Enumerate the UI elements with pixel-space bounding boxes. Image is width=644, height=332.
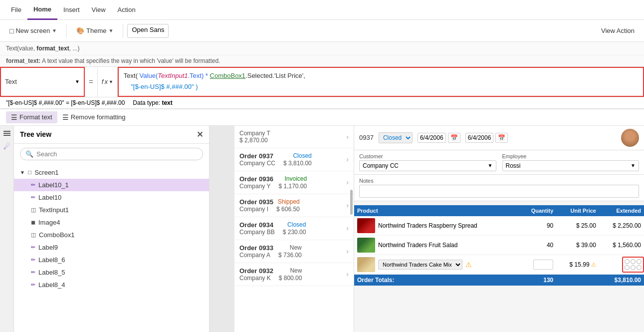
tree-label-label10-1: Label10_1	[38, 181, 69, 189]
order-company-5: Company K	[239, 275, 271, 282]
tree-item-combobox1[interactable]: ◫ ComboBox1	[14, 229, 209, 241]
product-qty-input[interactable]	[533, 260, 553, 270]
font-selector[interactable]: Open Sans	[127, 24, 169, 38]
order-company-1: Company Y	[239, 183, 270, 190]
formula-hint-prefix: Text(value,	[6, 45, 36, 52]
order-item-0[interactable]: Order 0937 Closed Company CC $ 3,810.00 …	[234, 148, 354, 171]
detail-customer-select[interactable]: Company CC ▼	[359, 160, 496, 171]
formula-label-chevron: ▼	[75, 79, 80, 84]
detail-status-select[interactable]: Closed	[379, 132, 413, 143]
tree-item-image4[interactable]: ◼ Image4	[14, 216, 209, 229]
order-item-prev[interactable]: Company T $ 2,870.00 ›	[234, 126, 354, 148]
detail-date2-icon[interactable]: 📅	[495, 133, 508, 143]
col-unit: Unit Price	[556, 205, 599, 216]
menu-action[interactable]: Action	[112, 0, 142, 20]
view-action-button[interactable]: View Action	[596, 24, 640, 37]
order-amount-4: $ 736.00	[278, 252, 302, 259]
order-num-0: Order 0937	[239, 152, 273, 160]
tree-item-textinput1[interactable]: ◫ TextInput1	[14, 204, 209, 216]
tree-label-label8-5: Label8_5	[38, 269, 65, 276]
formula-label-box[interactable]: Text ▼	[0, 67, 85, 97]
detail-date1-value: 6/4/2006	[418, 133, 446, 143]
product-img-raspberry	[357, 218, 375, 233]
order-amount-0: $ 3,810.00	[283, 160, 312, 167]
format-text-button[interactable]: ☰ Format text	[6, 111, 57, 123]
detail-date1-icon[interactable]: 📅	[448, 133, 460, 143]
tree-item-label9[interactable]: ✏ Label9	[14, 241, 209, 254]
menu-view[interactable]: View	[86, 0, 112, 20]
layers-icon[interactable]: ☄	[3, 142, 10, 151]
tree-label9-icon: ✏	[31, 244, 35, 251]
tree-search-input[interactable]	[36, 150, 198, 158]
formula-text-fn: Text(	[124, 72, 140, 79]
format-text-icon: ☰	[11, 113, 17, 121]
order-status-4: New	[290, 244, 302, 251]
order-arrow-4: ›	[346, 247, 349, 255]
menu-insert[interactable]: Insert	[57, 0, 86, 20]
tree-item-label8-5[interactable]: ✏ Label8_5	[14, 266, 209, 279]
tree-image-icon: ◼	[31, 219, 35, 226]
detail-notes-label: Notes	[359, 178, 639, 184]
order-num-1: Order 0936	[239, 175, 273, 183]
product-name-0: Northwind Traders Raspberry Spread	[378, 222, 477, 229]
product-ext-1: $ 1,560.00	[599, 236, 644, 255]
tree-view-title: Tree view	[20, 130, 51, 138]
tree-item-label8-6[interactable]: ✏ Label8_6	[14, 254, 209, 266]
order-company-4: Company A	[239, 252, 270, 259]
order-item-5[interactable]: Order 0932 New Company K $ 800.00 ›	[234, 263, 354, 286]
detail-notes-input[interactable]	[359, 185, 639, 198]
theme-label: Theme	[86, 27, 106, 34]
tree-search-box[interactable]: 🔍	[20, 148, 203, 160]
product-qty-1: 40	[519, 236, 556, 255]
detail-customer-value: Company CC	[363, 162, 488, 169]
tree-item-label10[interactable]: ✏ Label10	[14, 191, 209, 204]
detail-employee-label: Employee	[502, 153, 640, 159]
tree-item-screen1[interactable]: ▼ □ Screen1	[14, 166, 209, 179]
tree-item-label10-1[interactable]: ✏ Label10_1	[14, 179, 209, 191]
formula-value-fn: Value(	[140, 72, 158, 79]
order-item-2[interactable]: Order 0935 Shipped Company I $ 606.50 ›	[234, 194, 354, 217]
order-num-4: Order 0933	[239, 244, 273, 252]
product-name-select[interactable]: Northwind Traders Cake Mix	[378, 260, 462, 270]
tree-item-label8-4[interactable]: ✏ Label8_4	[14, 279, 209, 291]
circle-dot-1	[625, 259, 630, 264]
menu-home[interactable]: Home	[27, 0, 57, 20]
order-item-3[interactable]: Order 0934 Closed Company BB $ 230.00 ›	[234, 217, 354, 240]
product-name-1: Northwind Traders Fruit Salad	[378, 242, 457, 249]
remove-formatting-icon: ☰	[62, 113, 69, 121]
circle-dot-2	[631, 259, 636, 264]
circle-selector[interactable]	[622, 257, 644, 273]
fx-icon: f	[102, 78, 104, 85]
list-scroll-indicator[interactable]	[350, 190, 353, 215]
formula-listprice-ref: .Selected.'List Price',	[245, 72, 305, 79]
detail-header: 0937 Closed 6/4/2006 📅 6/4/2006 📅	[354, 126, 644, 150]
menu-file[interactable]: File	[5, 0, 27, 20]
menu-bar: File Home Insert View Action	[0, 0, 644, 20]
order-num-5: Order 0932	[239, 267, 273, 275]
remove-formatting-label: Remove formatting	[71, 113, 126, 121]
col-product: Product	[354, 205, 519, 216]
tree-label-label9: Label9	[38, 244, 58, 251]
detail-employee-select[interactable]: Rossi ▼	[502, 160, 640, 171]
theme-button[interactable]: 🎨 Theme ▼	[71, 24, 119, 37]
order-list-panel: Company T $ 2,870.00 › Order 0937 Closed…	[234, 126, 354, 332]
formula-desc-label: format_text:	[6, 57, 40, 64]
formula-fx-button[interactable]: f x ▼	[98, 67, 118, 97]
search-icon: 🔍	[25, 150, 33, 158]
prev-company: Company T	[239, 130, 270, 137]
product-unit-1: $ 39.00	[556, 236, 599, 255]
format-text-label: Format text	[19, 113, 52, 121]
tree-combo-icon: ◫	[31, 232, 36, 238]
order-item-4[interactable]: Order 0933 New Company A $ 736.00 ›	[234, 240, 354, 263]
tree-close-icon[interactable]: ✕	[197, 130, 203, 139]
formula-code[interactable]: Text( Value(TextInput1.Text) * ComboBox1…	[118, 67, 644, 97]
new-screen-button[interactable]: □ New screen ▼	[4, 24, 62, 37]
circle-dot-4	[625, 265, 630, 270]
theme-icon: 🎨	[76, 27, 84, 34]
order-amount-5: $ 800.00	[279, 275, 302, 282]
product-img-fruit	[357, 238, 375, 253]
hamburger-icon[interactable]	[3, 130, 10, 137]
order-item-1[interactable]: Order 0936 Invoiced Company Y $ 1,170.00…	[234, 171, 354, 194]
product-row-0: Northwind Traders Raspberry Spread 90 $ …	[354, 216, 644, 236]
remove-formatting-button[interactable]: ☰ Remove formatting	[57, 111, 131, 123]
